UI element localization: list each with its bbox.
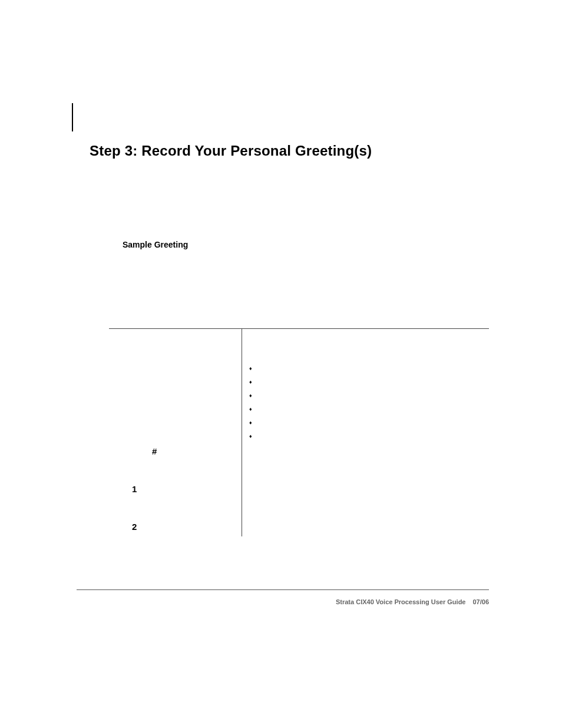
table-vertical-rule bbox=[242, 328, 242, 536]
bullet-item bbox=[249, 416, 252, 429]
keypad-two-icon: 2 bbox=[132, 522, 137, 532]
footer-title: Strata CIX40 Voice Processing User Guide bbox=[336, 598, 466, 605]
bullet-list bbox=[249, 361, 252, 443]
footer-date: 07/06 bbox=[472, 598, 489, 605]
step-heading: Step 3: Record Your Personal Greeting(s) bbox=[90, 143, 372, 159]
bullet-item bbox=[249, 361, 252, 375]
footer-rule bbox=[77, 589, 489, 590]
bullet-item bbox=[249, 388, 252, 402]
bullet-item bbox=[249, 429, 252, 443]
table-top-rule bbox=[109, 328, 489, 329]
bullet-item bbox=[249, 375, 252, 388]
keypad-one-icon: 1 bbox=[132, 484, 137, 494]
footer-text: Strata CIX40 Voice Processing User Guide… bbox=[336, 598, 489, 605]
keypad-hash-icon: # bbox=[152, 446, 157, 456]
text-cursor-mark bbox=[72, 103, 73, 131]
sample-greeting-label: Sample Greeting bbox=[123, 240, 188, 249]
bullet-item bbox=[249, 402, 252, 416]
